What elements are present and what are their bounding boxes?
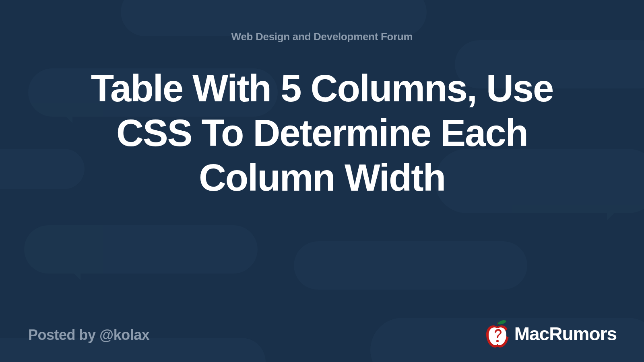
- brand-name: MacRumors: [514, 323, 617, 345]
- svg-point-1: [496, 340, 499, 342]
- site-brand: MacRumors: [485, 319, 617, 348]
- apple-question-icon: [485, 319, 510, 348]
- share-card: Web Design and Development Forum Table W…: [0, 0, 644, 362]
- thread-title: Table With 5 Columns, Use CSS To Determi…: [56, 66, 588, 200]
- posted-by: Posted by @kolax: [28, 327, 149, 343]
- forum-name: Web Design and Development Forum: [231, 31, 413, 43]
